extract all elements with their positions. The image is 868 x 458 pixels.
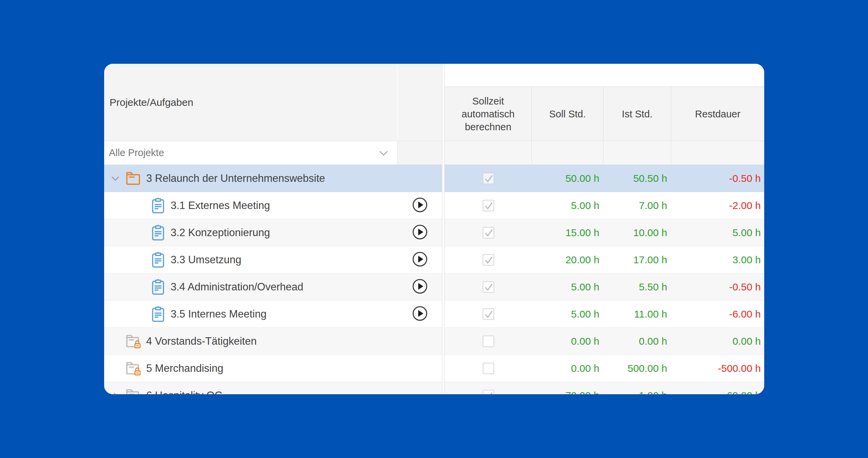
filter-cell — [532, 141, 603, 165]
rest-hours: -500.00 h — [671, 355, 764, 382]
rest-hours: -0.50 h — [671, 165, 764, 192]
column-splitter[interactable] — [442, 64, 445, 141]
rest-hours: -2.00 h — [671, 192, 764, 219]
ist-hours: 17.00 h — [603, 246, 671, 273]
auto-calc-checkbox[interactable] — [483, 390, 494, 395]
projects-column-header: Projekte/Aufgaben — [104, 64, 398, 141]
table-row[interactable]: 3.1 Externes Meeting 5.00 h 7.00 h -2.00… — [104, 192, 764, 219]
start-timer-button[interactable] — [412, 279, 428, 295]
auto-calc-checkbox[interactable] — [483, 227, 494, 238]
rest-hours: 5.00 h — [671, 219, 764, 246]
row-label: 3 Relaunch der Unternehmenswebsite — [146, 172, 325, 185]
start-timer-button[interactable] — [412, 306, 428, 323]
ist-hours: 10.00 h — [603, 219, 671, 246]
row-label: 4 Vorstands-Tätigkeiten — [146, 335, 257, 347]
soll-hours: 70.00 h — [532, 382, 603, 394]
auto-calc-checkbox[interactable] — [483, 363, 494, 374]
task-clipboard-icon — [151, 197, 165, 214]
table-row[interactable]: 3.4 Administration/Overhead 5.00 h 5.50 … — [104, 273, 764, 301]
actual-hours-column-header: Ist Std. — [603, 87, 671, 141]
filter-cell — [445, 141, 532, 165]
row-label: 3.5 Internes Meeting — [171, 308, 267, 320]
start-timer-button[interactable] — [412, 197, 428, 214]
task-clipboard-icon — [151, 225, 165, 241]
project-table-panel: Projekte/Aufgaben Sollzeit automatisch b… — [104, 64, 764, 394]
rest-hours: 3.00 h — [671, 246, 764, 273]
soll-hours: 20.00 h — [532, 246, 603, 273]
filter-actions-cell — [398, 141, 442, 165]
ist-hours: 50.50 h — [603, 165, 671, 192]
chevron-down-icon[interactable] — [379, 147, 388, 158]
chevron-right-icon[interactable] — [110, 392, 120, 395]
table-row[interactable]: 3.2 Konzeptionierung 15.00 h 10.00 h 5.0… — [104, 219, 764, 246]
soll-hours: 15.00 h — [532, 219, 603, 246]
row-label: 3.1 Externes Meeting — [171, 199, 270, 212]
filter-row: Alle Projekte — [104, 141, 764, 165]
folder-locked-icon — [125, 388, 141, 395]
auto-calc-column-header: Sollzeit automatisch berechnen — [445, 87, 532, 141]
rest-hours: 69.00 h — [671, 382, 764, 394]
project-filter-dropdown[interactable]: Alle Projekte — [104, 141, 398, 165]
table-row[interactable]: 3.3 Umsetzung 20.00 h 17.00 h 3.00 h — [104, 246, 764, 273]
auto-calc-checkbox[interactable] — [483, 254, 494, 266]
column-splitter[interactable] — [442, 141, 445, 165]
auto-calc-checkbox[interactable] — [483, 281, 494, 293]
table-row[interactable]: 6 Hospitality OG 70.00 h 1.00 h 69.00 h — [104, 382, 764, 394]
rest-hours: -0.50 h — [671, 273, 764, 301]
table-header: Projekte/Aufgaben Sollzeit automatisch b… — [104, 64, 764, 141]
soll-hours: 5.00 h — [532, 192, 603, 219]
task-clipboard-icon — [151, 279, 165, 295]
actions-column-header — [398, 64, 442, 141]
auto-calc-checkbox[interactable] — [483, 308, 494, 320]
auto-calc-checkbox[interactable] — [483, 173, 494, 184]
soll-hours: 50.00 h — [532, 165, 603, 192]
ist-hours: 11.00 h — [603, 301, 671, 328]
rest-hours: -6.00 h — [671, 301, 764, 328]
start-timer-button[interactable] — [412, 224, 428, 241]
ist-hours: 500.00 h — [603, 355, 671, 382]
soll-hours: 5.00 h — [532, 273, 603, 301]
filter-cell — [671, 141, 764, 165]
rest-hours: 0.00 h — [671, 328, 764, 355]
table-row[interactable]: 4 Vorstands-Tätigkeiten 0.00 h 0.00 h 0.… — [104, 328, 764, 355]
target-hours-column-header: Soll Std. — [532, 87, 603, 141]
ist-hours: 5.50 h — [603, 273, 671, 301]
soll-hours: 0.00 h — [532, 355, 603, 382]
ist-hours: 7.00 h — [603, 192, 671, 219]
start-timer-button[interactable] — [412, 251, 428, 268]
project-filter-value: Alle Projekte — [109, 147, 164, 158]
desktop-background: Projekte/Aufgaben Sollzeit automatisch b… — [0, 0, 868, 458]
row-label: 3.4 Administration/Overhead — [171, 281, 303, 293]
soll-hours: 5.00 h — [532, 301, 603, 328]
table-row[interactable]: 5 Merchandising 0.00 h 500.00 h -500.00 … — [104, 355, 764, 382]
row-label: 5 Merchandising — [146, 362, 223, 375]
folder-open-icon — [125, 171, 141, 186]
task-clipboard-icon — [151, 306, 165, 322]
ist-hours: 0.00 h — [603, 328, 671, 355]
auto-calc-checkbox[interactable] — [483, 200, 494, 211]
auto-calc-checkbox[interactable] — [483, 336, 494, 347]
row-label: 3.2 Konzeptionierung — [171, 227, 270, 239]
remaining-column-header: Restdauer — [671, 87, 764, 141]
task-clipboard-icon — [151, 252, 165, 268]
row-label: 6 Hospitality OG — [146, 389, 223, 395]
chevron-down-icon[interactable] — [110, 176, 120, 181]
row-label: 3.3 Umsetzung — [171, 254, 242, 266]
header-top-band — [445, 64, 764, 87]
folder-locked-icon — [125, 334, 141, 348]
table-row[interactable]: 3 Relaunch der Unternehmenswebsite 50.00… — [104, 165, 764, 192]
soll-hours: 0.00 h — [532, 328, 603, 355]
table-row[interactable]: 3.5 Internes Meeting 5.00 h 11.00 h -6.0… — [104, 301, 764, 328]
ist-hours: 1.00 h — [603, 382, 671, 394]
filter-cell — [603, 141, 671, 165]
folder-locked-icon — [125, 361, 141, 376]
